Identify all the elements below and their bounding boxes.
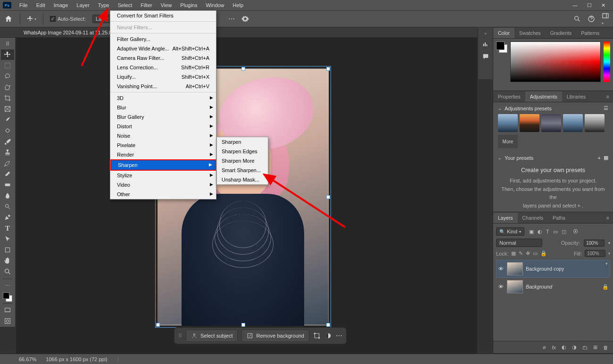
move-tool-icon[interactable]: ▾ [27,16,36,22]
preset-thumb[interactable] [563,114,583,132]
menu-vanishing-point[interactable]: Vanishing Point...Alt+Ctrl+V [110,82,216,91]
more-icon[interactable]: ⋯ [336,332,342,339]
remove-background-button[interactable]: Remove background [241,330,309,342]
tab-adjustments[interactable]: Adjustments [525,91,562,102]
menu-view[interactable]: View [157,0,176,10]
preset-thumb[interactable] [520,114,539,132]
menu-sharpen-sharpen[interactable]: Sharpen [217,137,268,147]
new-layer-icon[interactable]: ⊞ [593,344,597,350]
menu-pixelate[interactable]: Pixelate▶ [110,141,216,150]
edit-toolbar-icon[interactable]: ⋯ [1,281,14,291]
menu-unsharp-mask[interactable]: Unsharp Mask... [217,175,268,184]
tab-libraries[interactable]: Libraries [562,91,590,102]
visibility-toggle-icon[interactable]: 👁 [497,284,504,290]
transform-handle[interactable] [241,323,245,327]
menu-edit[interactable]: Edit [32,0,50,10]
handle-icon[interactable]: ⠿ [1,39,14,49]
filter-shape-icon[interactable]: ▭ [553,229,558,235]
menu-image[interactable]: Image [50,0,73,10]
lock-pixels-icon[interactable]: ▦ [511,250,516,256]
eyedropper-tool[interactable] [1,115,14,125]
menu-help[interactable]: Help [229,0,248,10]
menu-distort[interactable]: Distort▶ [110,122,216,131]
marquee-tool[interactable] [1,60,14,71]
transform-icon[interactable] [313,332,321,339]
adjustment-layer-icon[interactable]: ◑ [572,344,577,350]
menu-other[interactable]: Other▶ [110,190,216,199]
menu-render[interactable]: Render▶ [110,150,216,159]
mask-icon[interactable]: ◐ [562,344,566,350]
pen-tool[interactable] [1,212,14,223]
menu-blur[interactable]: Blur▶ [110,103,216,112]
filter-smart-icon[interactable]: ◫ [562,229,566,235]
menu-noise[interactable]: Noise▶ [110,131,216,141]
hue-slider[interactable] [604,41,610,82]
filter-type-icon[interactable]: T [546,229,549,235]
transform-handle[interactable] [156,323,160,327]
menu-3d[interactable]: 3D▶ [110,93,216,103]
menu-camera-raw-filter[interactable]: Camera Raw Filter...Shift+Ctrl+A [110,53,216,63]
delete-icon[interactable]: 🗑 [603,345,608,350]
screenmode-icon[interactable] [1,305,14,315]
tab-channels[interactable]: Channels [518,213,548,223]
document-tab[interactable]: WhatsApp Image 2024-09-11 at 11.25.0 [19,28,116,37]
menu-sharpen[interactable]: Sharpen▶ [110,159,216,171]
layer-thumbnail[interactable] [507,262,523,275]
blend-mode-select[interactable]: Normal [496,239,542,247]
fill-input[interactable]: 100% [585,250,605,257]
zoom-tool[interactable] [1,266,14,277]
transform-handle[interactable] [326,195,330,199]
home-icon[interactable] [4,14,13,24]
adjustments-presets-header[interactable]: ⌄Adjustments presets ☰ [493,102,613,114]
your-presets-header[interactable]: ⌄Your presets + ▦ [493,152,613,164]
quick-select-tool[interactable] [1,82,14,92]
layer-thumbnail[interactable] [507,280,523,293]
opacity-input[interactable]: 100% [584,240,605,247]
layer-item[interactable]: 👁 Background 🔒 [496,278,610,296]
histogram-icon[interactable] [482,41,489,48]
more-presets-button[interactable]: More [498,135,518,148]
search-icon[interactable] [573,15,581,23]
menu-liquify[interactable]: Liquify...Shift+Ctrl+X [110,72,216,82]
tab-layers[interactable]: Layers [493,213,518,223]
lasso-tool[interactable] [1,71,14,82]
blur-tool[interactable] [1,190,14,201]
brush-tool[interactable] [1,136,14,147]
healing-tool[interactable] [1,125,14,136]
lock-brush-icon[interactable]: ✎ [519,250,523,256]
shape-tool[interactable] [1,245,14,255]
panel-menu-icon[interactable]: ≡ [603,215,613,221]
quickmask-icon[interactable] [1,316,14,326]
tab-swatches[interactable]: Swatches [514,28,546,38]
gradient-tool[interactable] [1,180,14,190]
type-tool[interactable]: T [1,223,14,233]
menu-filter[interactable]: Filter [136,0,156,10]
grid-view-icon[interactable]: ▦ [604,155,608,161]
path-select-tool[interactable] [1,234,14,244]
color-picker[interactable] [510,41,601,82]
window-maximize[interactable]: ☐ [587,2,592,8]
menu-sharpen-edges[interactable]: Sharpen Edges [217,147,268,156]
lock-artboard-icon[interactable]: ▭ [533,250,538,256]
help-icon[interactable] [588,15,595,23]
menu-plugins[interactable]: Plugins [176,0,201,10]
menu-layer[interactable]: Layer [72,0,94,10]
tab-paths[interactable]: Paths [548,213,570,223]
hand-tool[interactable] [1,256,14,266]
auto-select-check[interactable]: ✓Auto-Select: [50,16,86,22]
layer-filter-kind[interactable]: 🔍Kind▾ [496,227,524,236]
grip-icon[interactable]: ⠿ [178,333,182,339]
filter-image-icon[interactable]: ▣ [529,229,534,235]
foreground-background-swatch[interactable] [3,292,12,302]
select-subject-button[interactable]: Select subject [186,330,238,342]
window-minimize[interactable]: — [572,2,578,8]
dodge-tool[interactable] [1,201,14,212]
menu-video[interactable]: Video▶ [110,180,216,190]
menu-file[interactable]: File [15,0,32,10]
menu-stylize[interactable]: Stylize▶ [110,171,216,180]
menu-sharpen-more[interactable]: Sharpen More [217,156,268,165]
preset-thumb[interactable] [498,114,518,132]
tab-color[interactable]: Color [493,28,514,38]
expand-arrow-icon[interactable]: » [484,31,487,36]
list-view-icon[interactable]: ☰ [604,105,608,111]
